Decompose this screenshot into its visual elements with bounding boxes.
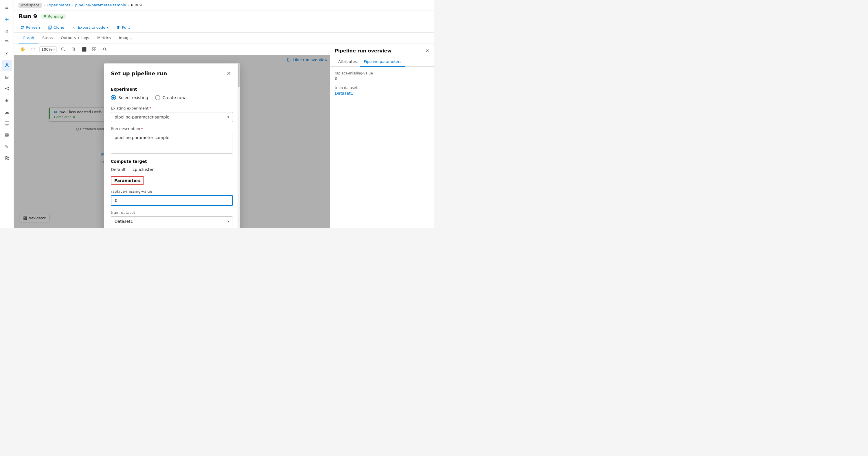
sidebar-flask-icon[interactable] <box>2 60 12 71</box>
select-existing-option[interactable]: Select existing <box>111 95 148 100</box>
svg-point-26 <box>103 48 105 50</box>
page-header: Run 9 Running <box>14 10 434 22</box>
existing-experiment-chevron: ▾ <box>227 115 229 119</box>
create-new-option[interactable]: Create new <box>155 95 186 100</box>
sidebar: ≡ + ⌂ ⚡ ⊞ ◈ ☁ ✎ ⛓ <box>0 0 14 228</box>
fit-selection-button[interactable] <box>90 45 98 53</box>
zoom-out-button[interactable] <box>59 45 67 53</box>
existing-experiment-label: Existing experiment * <box>111 106 233 110</box>
run-description-textarea[interactable]: pipeline parameter sample <box>111 133 233 153</box>
search-graph-button[interactable] <box>101 45 109 53</box>
sidebar-monitor-icon[interactable] <box>2 118 12 129</box>
tab-steps[interactable]: Steps <box>38 33 57 44</box>
breadcrumb: workspace › Experiments › pipeline-param… <box>14 0 434 10</box>
experiment-radio-group: Select existing Create new <box>111 95 233 100</box>
svg-rect-25 <box>95 50 96 51</box>
rp-raplace-label: raplace-missing-value <box>335 71 429 75</box>
select-existing-label: Select existing <box>118 95 148 100</box>
sidebar-nodes-icon[interactable] <box>2 83 12 94</box>
parameters-header: Parameters <box>111 176 233 184</box>
zoom-display[interactable]: 100% ▾ <box>39 46 57 52</box>
train-dataset-value: Dataset1 <box>115 219 133 224</box>
rp-tab-pipeline-parameters[interactable]: Pipeline parameters <box>360 57 405 67</box>
svg-rect-24 <box>93 50 94 51</box>
export-chevron[interactable]: ▾ <box>107 26 108 29</box>
publish-button[interactable]: Pu... <box>115 24 132 31</box>
train-dataset-select[interactable]: Dataset1 ▾ <box>111 217 233 226</box>
tab-metrics[interactable]: Metrics <box>93 33 115 44</box>
app-container: ≡ + ⌂ ⚡ ⊞ ◈ ☁ ✎ ⛓ workspace › Experiment… <box>0 0 434 228</box>
modal-title: Set up pipeline run <box>111 70 167 77</box>
workspace-breadcrumb[interactable]: workspace <box>19 3 42 8</box>
modal-scrollbar-thumb[interactable] <box>238 64 240 87</box>
svg-line-27 <box>105 50 106 51</box>
train-dataset-field-group: train-dataset Dataset1 ▾ <box>111 210 233 226</box>
raplace-input[interactable] <box>111 195 233 206</box>
create-new-radio[interactable] <box>155 95 160 100</box>
train-dataset-label: train-dataset <box>111 210 233 215</box>
sidebar-cloud-icon[interactable]: ☁ <box>2 107 12 117</box>
rp-train-dataset-label: train-dataset: <box>335 86 429 90</box>
rp-tab-attributes[interactable]: Attributes <box>335 57 360 67</box>
existing-experiment-value: pipeline-parameter-sample <box>115 115 169 119</box>
rp-raplace-value: 0 <box>335 77 429 81</box>
publish-icon <box>116 26 120 30</box>
existing-experiment-select[interactable]: pipeline-parameter-sample ▾ <box>111 112 233 122</box>
experiment-label: Experiment <box>111 87 233 91</box>
compute-cluster-value: cpucluster <box>132 167 154 172</box>
pipeline-breadcrumb[interactable]: pipeline-parameter-sample <box>75 3 126 7</box>
sidebar-grid-icon[interactable]: ⊞ <box>2 72 12 82</box>
sidebar-lightning-icon[interactable]: ⚡ <box>2 49 12 59</box>
rp-train-dataset-link[interactable]: Dataset1 <box>335 91 353 95</box>
zoom-in-button[interactable] <box>69 45 78 53</box>
sidebar-link-icon[interactable]: ⛓ <box>2 153 12 163</box>
select-existing-radio[interactable] <box>111 95 116 100</box>
modal-close-button[interactable]: ✕ <box>225 69 233 77</box>
graph-toolbar: ✋ ⬚ 100% ▾ ⬛ <box>14 44 330 55</box>
svg-rect-14 <box>49 26 52 28</box>
hand-tool-button[interactable]: ✋ <box>19 45 27 53</box>
publish-label: Pu... <box>122 25 130 30</box>
canvas-area: ✋ ⬚ 100% ▾ ⬛ <box>14 44 330 228</box>
sidebar-home-icon[interactable]: ⌂ <box>2 26 12 36</box>
refresh-button[interactable]: Refresh <box>19 24 42 31</box>
select-tool-button[interactable]: ⬚ <box>29 45 37 53</box>
raplace-field-group: raplace-missing-value <box>111 189 233 206</box>
svg-rect-23 <box>95 48 96 49</box>
modal-scrollbar[interactable] <box>238 63 240 228</box>
svg-point-12 <box>5 133 8 135</box>
tab-graph[interactable]: Graph <box>19 33 38 44</box>
fit-selection-icon <box>92 47 96 51</box>
right-panel-title: Pipeline run overview <box>335 48 392 54</box>
zoom-value: 100% <box>41 47 52 52</box>
breadcrumb-sep-3: › <box>128 3 129 7</box>
right-panel-close-button[interactable]: ✕ <box>426 48 429 54</box>
right-panel-body: raplace-missing-value 0 train-dataset: D… <box>330 67 434 228</box>
main-content: workspace › Experiments › pipeline-param… <box>14 0 434 228</box>
clone-icon <box>48 26 52 30</box>
existing-experiment-field-group: Existing experiment * pipeline-parameter… <box>111 106 233 122</box>
fit-view-button[interactable]: ⬛ <box>80 45 88 53</box>
tabs-bar: Graph Steps Outputs + logs Metrics Imag.… <box>14 33 434 44</box>
compute-target-label: Compute target <box>111 159 233 164</box>
sidebar-menu-icon[interactable]: ≡ <box>2 2 12 13</box>
export-label: Export to code <box>78 25 105 30</box>
zoom-chevron: ▾ <box>53 48 55 51</box>
graph-canvas[interactable]: Hide run overview ⊞ Two-Class Boosted De… <box>14 55 330 228</box>
svg-point-5 <box>8 87 9 88</box>
svg-rect-1 <box>5 41 9 41</box>
raplace-label: raplace-missing-value <box>111 189 233 194</box>
sidebar-plus-icon[interactable]: + <box>2 14 12 24</box>
svg-point-6 <box>8 89 9 90</box>
sidebar-document-icon[interactable] <box>2 37 12 48</box>
svg-line-17 <box>64 50 65 51</box>
tab-outputs-logs[interactable]: Outputs + logs <box>57 33 93 44</box>
tab-images[interactable]: Imag... <box>115 33 136 44</box>
clone-button[interactable]: Clone <box>46 24 66 31</box>
export-button[interactable]: Export to code ▾ <box>71 24 110 31</box>
run-description-field-group: Run description * pipeline parameter sam… <box>111 126 233 154</box>
experiments-breadcrumb[interactable]: Experiments <box>46 3 70 7</box>
sidebar-edit-icon[interactable]: ✎ <box>2 141 12 152</box>
sidebar-cube-icon[interactable]: ◈ <box>2 95 12 106</box>
sidebar-database-icon[interactable] <box>2 130 12 140</box>
